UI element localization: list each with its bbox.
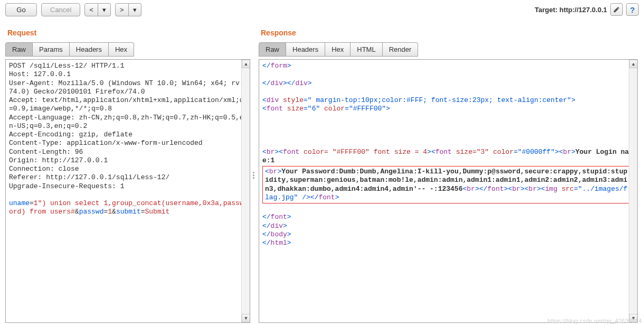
tab-headers[interactable]: Headers [286,42,325,57]
scroll-up-icon[interactable]: ▲ [242,60,250,68]
grip-dot-icon [253,174,254,176]
scroll-down-icon[interactable]: ▼ [242,314,250,322]
arrow-right-icon: > [120,6,124,14]
tab-hex[interactable]: Hex [109,42,134,57]
next-dropdown[interactable]: ▾ [129,3,141,16]
watermark: https://blog.csdn.net/qq_42630214 [547,318,642,324]
request-panel: Request Raw Params Headers Hex POST /sql… [5,27,250,323]
next-button-group: > ▾ [115,3,141,16]
target-label: Target: http://127.0.0.1 [535,6,607,14]
response-raw-text[interactable]: </form> </div></div> <div style=" margin… [259,60,637,249]
request-tabs: Raw Params Headers Hex [5,42,250,57]
question-icon: ? [630,5,634,14]
cancel-button[interactable]: Cancel [41,3,80,16]
prev-button[interactable]: < [84,3,98,16]
prev-dropdown[interactable]: ▾ [98,3,111,16]
grip-dot-icon [253,172,254,173]
next-button[interactable]: > [115,3,129,16]
tab-raw[interactable]: Raw [5,42,33,57]
tab-html[interactable]: HTML [351,42,382,57]
tab-hex[interactable]: Hex [325,42,351,57]
request-title: Request [7,29,250,37]
edit-target-button[interactable] [610,3,623,16]
help-button[interactable]: ? [626,3,639,16]
go-button[interactable]: Go [5,3,37,16]
toolbar-left: Go Cancel < ▾ > ▾ [5,3,141,16]
tab-headers[interactable]: Headers [70,42,109,57]
arrow-left-icon: < [89,6,93,14]
top-toolbar: Go Cancel < ▾ > ▾ Target: http://127.0.0… [0,0,644,27]
toolbar-right: Target: http://127.0.0.1 ? [535,3,639,16]
response-content[interactable]: </form> </div></div> <div style=" margin… [259,59,638,323]
scroll-up-icon[interactable]: ▲ [629,60,638,68]
chevron-down-icon: ▾ [133,6,137,14]
response-panel: Response Raw Headers Hex HTML Render </f… [259,27,638,323]
grip-dot-icon [253,177,254,179]
response-scrollbar[interactable]: ▲ ▼ [629,60,637,322]
tab-render[interactable]: Render [383,42,419,57]
request-content[interactable]: POST /sqli/Less-12/ HTTP/1.1 Host: 127.0… [5,59,250,323]
prev-button-group: < ▾ [84,3,111,16]
request-scrollbar[interactable]: ▲ ▼ [241,60,250,322]
tab-raw[interactable]: Raw [259,42,286,57]
response-tabs: Raw Headers Hex HTML Render [259,42,638,57]
chevron-down-icon: ▾ [102,6,106,14]
request-raw-text[interactable]: POST /sqli/Less-12/ HTTP/1.1 Host: 127.0… [6,60,250,219]
highlighted-result: <br>Your Password:Dumb:Dumb,Angelina:I-k… [262,166,634,203]
tab-params[interactable]: Params [33,42,70,57]
pencil-icon [613,6,620,13]
response-title: Response [261,29,638,37]
panel-splitter[interactable] [251,27,255,323]
